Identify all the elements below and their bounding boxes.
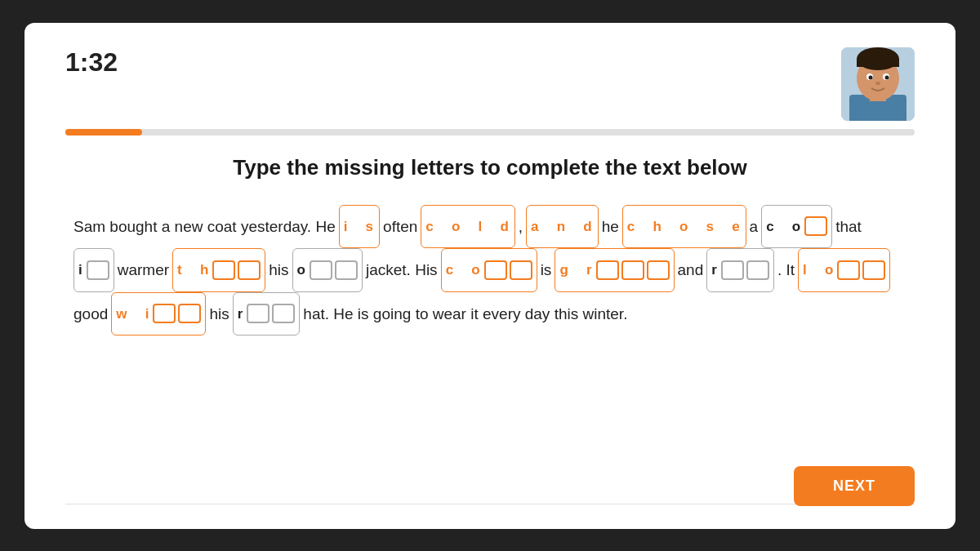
text-segment: he	[602, 205, 619, 248]
svg-point-9	[885, 75, 889, 79]
blank-input-13[interactable]	[746, 260, 769, 280]
word-pill-r-blank2: r	[233, 292, 301, 336]
text-segment: good	[74, 292, 108, 335]
word-pill-lo-blank: l o	[798, 248, 890, 292]
blank-input-17[interactable]	[178, 304, 201, 323]
blank-input-11[interactable]	[647, 260, 670, 280]
word-pill-th-blank: t h	[172, 248, 265, 292]
blank-input-8[interactable]	[510, 260, 532, 280]
main-card: 1:32	[24, 23, 956, 529]
text-segment: Sam bought a new coat yesterday. He	[74, 205, 336, 248]
blank-input-15[interactable]	[862, 260, 885, 280]
blank-input-7[interactable]	[484, 260, 507, 280]
blank-input-2[interactable]	[87, 260, 109, 280]
text-line-3: good w i his r hat. He is going to wear …	[74, 292, 906, 336]
blank-input-14[interactable]	[837, 260, 860, 280]
footer-divider	[65, 504, 915, 504]
text-segment: hat. He is going to wear it every day th…	[303, 292, 627, 335]
text-segment: is	[541, 248, 552, 291]
svg-rect-5	[857, 59, 899, 67]
text-segment: his	[209, 292, 229, 335]
blank-input-16[interactable]	[153, 304, 176, 323]
word-pill-i-blank: i	[74, 248, 114, 292]
word-pill-co-blank: c o	[761, 205, 832, 249]
text-segment: that	[835, 205, 862, 248]
exercise-text-area: Sam bought a new coat yesterday. He i s …	[65, 205, 915, 495]
blank-input-5[interactable]	[310, 260, 332, 280]
text-segment: jacket. His	[366, 248, 438, 291]
blank-input-12[interactable]	[721, 260, 744, 280]
word-pill-wi-blank: w i	[111, 292, 206, 336]
text-segment: and	[678, 248, 704, 291]
word-pill-is: i s	[339, 205, 380, 249]
text-segment: ,	[519, 205, 523, 248]
word-pill-chose: c h o s e	[622, 205, 746, 249]
text-segment: often	[383, 205, 417, 248]
next-button[interactable]: NEXT	[794, 466, 915, 506]
blank-input-4[interactable]	[238, 260, 261, 280]
word-pill-co-blank2: c o	[441, 248, 537, 292]
blank-input-9[interactable]	[596, 260, 619, 280]
avatar-image	[841, 47, 915, 121]
blank-input-10[interactable]	[621, 260, 644, 280]
word-pill-r-blank: r	[706, 248, 774, 292]
svg-point-8	[869, 75, 873, 79]
progress-bar-fill	[65, 129, 142, 136]
blank-input-1[interactable]	[804, 216, 827, 236]
header-row: 1:32	[65, 47, 915, 121]
text-segment: a	[750, 205, 759, 248]
svg-point-10	[875, 82, 880, 85]
text-segment: warmer	[118, 248, 169, 291]
avatar	[841, 47, 915, 121]
progress-bar-container	[65, 129, 915, 136]
word-pill-and: a n d	[526, 205, 599, 249]
instruction-text: Type the missing letters to complete the…	[65, 155, 915, 180]
word-pill-o-blank: o	[292, 248, 363, 292]
blank-input-19[interactable]	[272, 304, 295, 323]
blank-input-6[interactable]	[335, 260, 358, 280]
word-pill-cold: c o l d	[421, 205, 514, 249]
text-line-1: Sam bought a new coat yesterday. He i s …	[74, 205, 906, 249]
text-line-2: i warmer t h his o jacket. His c o is g …	[74, 248, 906, 292]
word-pill-gr-blank: g r	[555, 248, 674, 292]
timer-display: 1:32	[65, 47, 118, 78]
blank-input-18[interactable]	[247, 304, 270, 323]
blank-input-3[interactable]	[212, 260, 235, 280]
text-segment: his	[269, 248, 288, 291]
text-segment: . It	[777, 248, 795, 291]
